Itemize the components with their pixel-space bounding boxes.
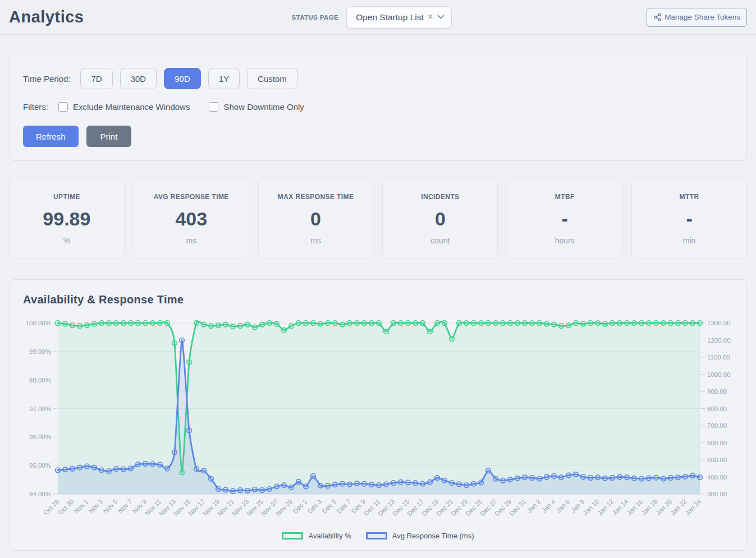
stat-card-max-response: MAX RESPONSE TIME 0 ms (258, 178, 374, 259)
actions-row: Refresh Print (23, 126, 733, 147)
chart-legend: Availability % Avg Response Time (ms) (23, 531, 733, 545)
stat-value: - (636, 208, 742, 230)
chart-title: Availability & Response Time (23, 293, 733, 306)
stat-unit: % (14, 236, 120, 245)
svg-text:94.00%: 94.00% (29, 491, 51, 497)
svg-text:Jan 22: Jan 22 (670, 498, 688, 517)
svg-text:98.00%: 98.00% (29, 377, 51, 384)
period-button-1y[interactable]: 1Y (208, 68, 240, 89)
stat-value: 99.89 (14, 208, 120, 230)
status-page-group: STATUS PAGE Open Startup List × (291, 6, 451, 29)
clear-selection-icon[interactable]: × (428, 12, 433, 21)
svg-text:Jan 12: Jan 12 (597, 498, 615, 517)
legend-label: Avg Response Time (ms) (392, 532, 474, 540)
exclude-maintenance-checkbox[interactable] (58, 102, 68, 112)
chevron-down-icon[interactable] (437, 15, 445, 20)
time-period-label: Time Period: (23, 74, 70, 84)
svg-text:Jan 16: Jan 16 (626, 498, 644, 517)
svg-text:Nov 7: Nov 7 (117, 498, 134, 515)
legend-item-response[interactable]: Avg Response Time (ms) (366, 532, 474, 540)
period-button-7d[interactable]: 7D (80, 68, 112, 89)
svg-text:Nov 29: Nov 29 (274, 498, 294, 517)
stat-title: UPTIME (14, 193, 120, 201)
svg-text:1200.00: 1200.00 (707, 337, 731, 344)
svg-text:Jan 20: Jan 20 (655, 498, 673, 517)
stat-title: MAX RESPONSE TIME (263, 193, 369, 201)
legend-item-availability[interactable]: Availability % (282, 532, 351, 540)
svg-text:Jan 10: Jan 10 (582, 498, 601, 517)
svg-text:Nov 1: Nov 1 (73, 498, 90, 515)
svg-text:Nov 5: Nov 5 (102, 498, 119, 515)
stat-value: 0 (387, 208, 493, 230)
response-swatch (366, 532, 387, 539)
svg-text:96.00%: 96.00% (29, 434, 51, 440)
svg-text:300.00: 300.00 (707, 491, 727, 497)
stat-card-mtbf: MTBF - hours (507, 178, 622, 259)
svg-text:Jan 2: Jan 2 (526, 498, 542, 514)
filters-panel: Time Period: 7D 30D 90D 1Y Custom Filter… (9, 54, 747, 161)
exclude-maintenance-label: Exclude Maintenance Windows (73, 102, 190, 112)
svg-text:97.00%: 97.00% (29, 405, 51, 412)
availability-swatch (282, 532, 303, 539)
svg-text:1000.00: 1000.00 (707, 371, 731, 378)
svg-text:800.00: 800.00 (707, 405, 727, 412)
svg-text:400.00: 400.00 (707, 474, 727, 481)
stat-title: MTTR (636, 193, 742, 201)
svg-text:Oct 30: Oct 30 (57, 498, 75, 516)
svg-text:700.00: 700.00 (707, 422, 727, 429)
status-page-selected-value: Open Startup List (356, 12, 424, 22)
svg-text:Dec 3: Dec 3 (306, 498, 323, 515)
svg-text:Dec 1: Dec 1 (292, 498, 309, 515)
svg-text:Dec 7: Dec 7 (336, 498, 352, 515)
svg-text:600.00: 600.00 (707, 440, 727, 446)
period-button-90d[interactable]: 90D (164, 68, 201, 89)
exclude-maintenance-checkbox-item[interactable]: Exclude Maintenance Windows (58, 102, 190, 112)
stat-card-incidents: INCIDENTS 0 count (382, 178, 498, 259)
stat-unit: hours (512, 236, 617, 245)
svg-text:Dec 5: Dec 5 (321, 498, 338, 515)
chart-canvas: 100.00%99.00%98.00%97.00%96.00%95.00%94.… (23, 311, 733, 531)
svg-text:Oct 28: Oct 28 (42, 498, 60, 516)
chart-panel: Availability & Response Time 100.00%99.0… (9, 279, 747, 551)
filters-label: Filters: (23, 102, 48, 112)
svg-text:Jan 6: Jan 6 (555, 498, 571, 514)
svg-text:95.00%: 95.00% (29, 462, 51, 469)
svg-text:900.00: 900.00 (707, 388, 727, 395)
status-page-label: STATUS PAGE (291, 14, 338, 21)
stat-unit: ms (139, 236, 244, 245)
stat-unit: ms (263, 236, 369, 245)
availability-response-chart: 100.00%99.00%98.00%97.00%96.00%95.00%94.… (23, 311, 733, 531)
show-downtime-checkbox-item[interactable]: Show Downtime Only (209, 102, 304, 112)
time-period-row: Time Period: 7D 30D 90D 1Y Custom (23, 68, 733, 89)
stat-title: INCIDENTS (387, 193, 493, 201)
stat-value: 403 (139, 208, 244, 230)
svg-text:Jan 18: Jan 18 (640, 498, 659, 517)
period-button-custom[interactable]: Custom (247, 68, 297, 89)
app-header: Analytics STATUS PAGE Open Startup List … (0, 0, 756, 35)
stat-value: - (512, 208, 617, 230)
print-button[interactable]: Print (86, 126, 132, 147)
show-downtime-checkbox[interactable] (209, 102, 218, 112)
stat-value: 0 (263, 208, 369, 230)
svg-text:Jan 24: Jan 24 (684, 498, 703, 517)
legend-label: Availability % (308, 532, 351, 540)
svg-text:100.00%: 100.00% (26, 320, 51, 326)
status-page-select[interactable]: Open Startup List × (346, 6, 452, 29)
stat-card-mttr: MTTR - min (631, 178, 747, 259)
stat-unit: min (636, 236, 742, 245)
svg-text:99.00%: 99.00% (29, 348, 51, 355)
svg-text:500.00: 500.00 (707, 456, 727, 463)
stat-unit: count (387, 236, 493, 245)
manage-share-tokens-label: Manage Share Tokens (665, 13, 740, 21)
period-button-30d[interactable]: 30D (120, 68, 157, 89)
stat-title: MTBF (512, 193, 617, 201)
svg-text:1100.00: 1100.00 (707, 354, 730, 361)
svg-text:Dec 31: Dec 31 (508, 498, 527, 517)
svg-text:Nov 3: Nov 3 (88, 498, 104, 515)
manage-share-tokens-button[interactable]: Manage Share Tokens (647, 8, 747, 27)
svg-text:Jan 4: Jan 4 (540, 498, 557, 514)
page-title: Analytics (9, 8, 84, 26)
share-icon (653, 13, 662, 21)
refresh-button[interactable]: Refresh (23, 126, 79, 147)
stats-row: UPTIME 99.89 % AVG RESPONSE TIME 403 ms … (9, 178, 747, 259)
